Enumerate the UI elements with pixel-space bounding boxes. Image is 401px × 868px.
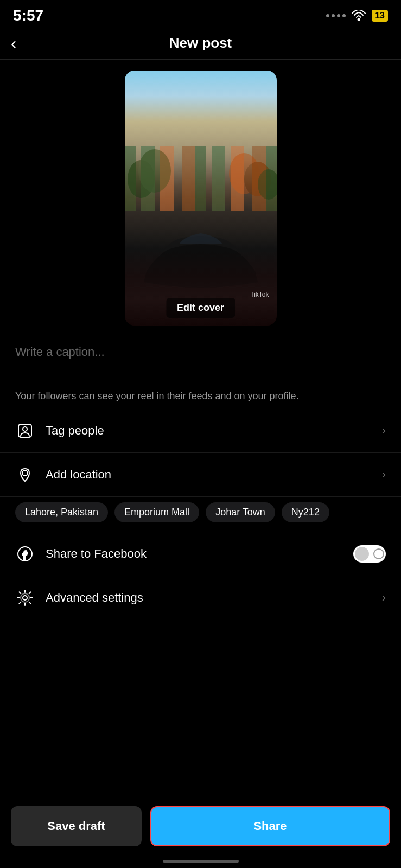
wifi-icon [351,10,366,22]
location-pin-svg [16,466,34,483]
status-icons: 13 [326,10,388,22]
tiktok-watermark: TikTok [250,291,269,298]
car-overlay [125,71,277,326]
svg-point-0 [358,18,360,21]
chip-lahore[interactable]: Lahore, Pakistan [15,502,108,522]
location-icon [15,465,35,484]
svg-point-3 [138,149,171,193]
status-time: 5:57 [13,7,43,24]
status-bar: 5:57 13 [0,0,401,29]
edit-cover-button[interactable]: Edit cover [166,298,235,318]
facebook-svg [16,545,34,563]
thumbnail-container: TikTok Edit cover [0,60,401,334]
svg-point-13 [21,593,29,602]
add-location-label: Add location [46,468,111,482]
thumbnail-image [125,71,277,326]
tag-people-left: Tag people [15,421,104,441]
toggle-circle [373,548,384,559]
add-location-chevron: › [382,468,386,482]
bottom-buttons: Save draft Share [0,797,401,868]
save-draft-button[interactable]: Save draft [11,806,142,846]
video-thumbnail[interactable]: TikTok Edit cover [125,71,277,326]
tag-people-label: Tag people [46,424,104,438]
followers-note: Your followers can see your reel in thei… [0,378,401,409]
header: ‹ New post [0,29,401,59]
chip-emporium[interactable]: Emporium Mall [114,502,199,522]
battery-icon: 13 [372,10,388,22]
location-chips: Lahore, Pakistan Emporium Mall Johar Tow… [0,497,401,532]
share-facebook-label: Share to Facebook [46,547,147,561]
caption-area[interactable]: Write a caption... [0,334,401,378]
svg-point-12 [23,596,27,600]
tag-people-item[interactable]: Tag people › [0,409,401,453]
caption-placeholder: Write a caption... [15,345,105,359]
back-button[interactable]: ‹ [11,34,16,53]
share-facebook-left: Share to Facebook [15,544,147,564]
advanced-settings-label: Advanced settings [46,591,143,605]
share-facebook-item[interactable]: Share to Facebook [0,532,401,576]
advanced-settings-icon [15,588,35,608]
settings-svg [16,589,34,607]
share-button[interactable]: Share [150,806,390,846]
home-indicator [163,860,239,863]
share-facebook-toggle[interactable] [353,545,386,563]
chip-ny[interactable]: Ny212 [282,502,329,522]
add-location-item[interactable]: Add location › [0,453,401,497]
tag-people-chevron: › [382,424,386,438]
add-location-left: Add location [15,465,111,484]
advanced-settings-left: Advanced settings [15,588,143,608]
page-title: New post [169,35,232,52]
facebook-icon [15,544,35,564]
toggle-knob [355,547,369,561]
person-tag-svg [16,422,34,439]
signal-icon [326,14,346,17]
svg-point-10 [22,470,28,476]
advanced-settings-chevron: › [382,591,386,605]
tag-people-icon [15,421,35,441]
chip-johar[interactable]: Johar Town [206,502,275,522]
advanced-settings-item[interactable]: Advanced settings › [0,576,401,620]
svg-point-9 [23,427,27,431]
